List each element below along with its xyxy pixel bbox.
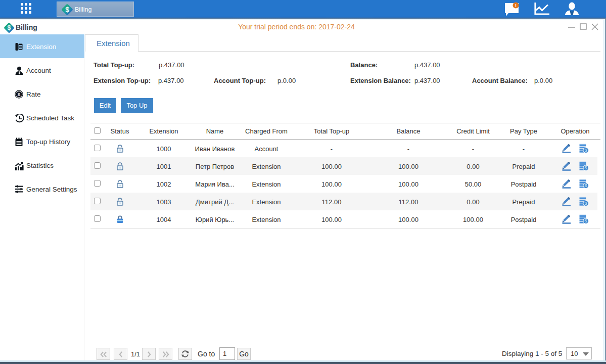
svg-text:S: S xyxy=(584,148,587,153)
svg-text:!: ! xyxy=(515,3,517,8)
svg-text:$: $ xyxy=(65,6,69,14)
svg-text:S: S xyxy=(584,183,587,188)
svg-text:S: S xyxy=(584,165,587,170)
svg-text:S: S xyxy=(584,218,587,223)
svg-text:S: S xyxy=(584,201,587,206)
svg-text:$: $ xyxy=(18,92,21,97)
